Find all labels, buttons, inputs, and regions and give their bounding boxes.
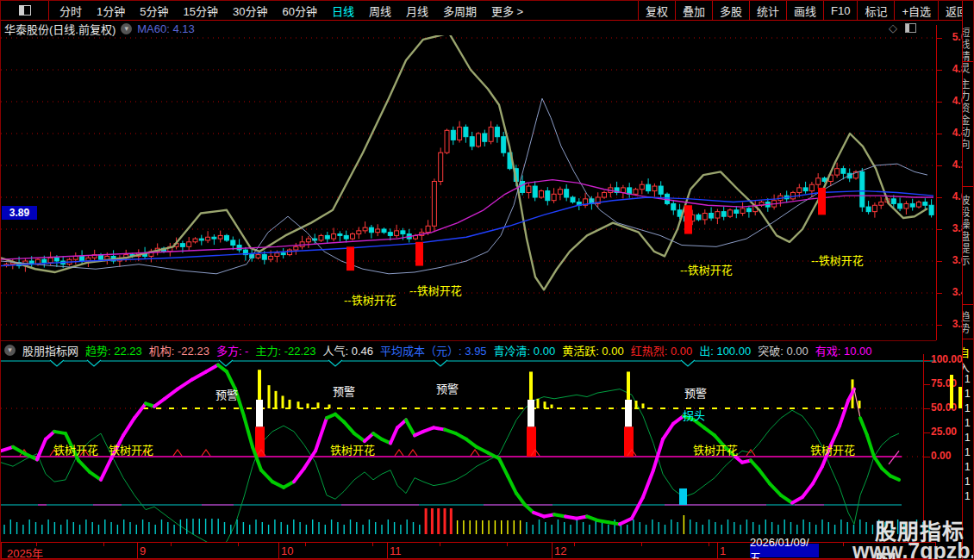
date-label: 11 — [390, 544, 402, 557]
right-edge-clipped-panel[interactable]: 短线精灵主力资金动向波段操盘提示趋势自入111111111 — [962, 1, 974, 560]
oscillator-tick-label: 25.00 — [931, 426, 957, 438]
split-pane-icon[interactable] — [905, 23, 916, 33]
main-annotation: --铁树开花 — [344, 294, 396, 307]
toolbar-button-1[interactable]: 叠加 — [675, 1, 712, 20]
current-date-badge: 2026/01/09/五 — [750, 544, 819, 557]
clipped-digit: 1 — [965, 476, 971, 488]
chevron-down-icon[interactable]: ▾ — [121, 23, 132, 34]
overlay-upper-band — [1, 35, 927, 289]
main-annotation: --铁树开花 — [811, 254, 864, 267]
watermark-site-url: www.7gpzb.com — [852, 538, 974, 560]
zero-line-triangles — [20, 450, 936, 456]
chart-title-bar: 华泰股份(日线.前复权) ▾ MA60: 4.13 — [4, 22, 195, 35]
oscillator-sub-chart[interactable]: 预警预警预警预警拐头铁树开花铁树开花铁树开花铁树开花铁树开花 — [1, 354, 936, 542]
date-label: 1 — [720, 544, 726, 557]
toolbar-button-5[interactable]: F10 — [823, 1, 857, 20]
period-tab-9[interactable]: 多周期 — [443, 3, 477, 19]
main-gridlines — [1, 38, 936, 325]
period-tab-8[interactable]: 月线 — [406, 3, 428, 19]
period-menu: 分时1分钟5分钟15分钟30分钟60分钟日线周线月线多周期更多 > — [49, 1, 638, 20]
sub-annotation: 预警 — [333, 385, 355, 398]
sub-annotation: 预警 — [215, 389, 238, 401]
clipped-vertical-tab[interactable]: 波段操盘提示 — [962, 195, 974, 267]
sub-annotation: 铁树开花 — [330, 444, 375, 457]
oscillator-tick-label: 100.00 — [931, 353, 963, 365]
yellow-bar-overlay — [950, 375, 953, 408]
clipped-digit: 1 — [965, 446, 971, 458]
toolbar-button-2[interactable]: 多股 — [712, 1, 749, 20]
top-toolbar: 分时1分钟5分钟15分钟30分钟60分钟日线周线月线多周期更多 > 复权叠加多股… — [1, 1, 974, 21]
symbol-title: 华泰股份(日线.前复权) — [4, 21, 116, 37]
diamond-icon[interactable]: ◇ — [889, 22, 897, 34]
sub-annotation: 铁树开花 — [109, 444, 153, 457]
clipped-vertical-tab[interactable]: 主力资金动向 — [962, 78, 974, 151]
period-tab-5[interactable]: 60分钟 — [282, 3, 316, 19]
sub-annotation: 铁树开花 — [53, 444, 98, 457]
session-ticks — [4, 508, 929, 534]
clipped-digit: 1 — [965, 388, 971, 400]
last-price-badge: 3.89 — [2, 206, 37, 220]
date-label: 12 — [554, 544, 566, 557]
period-tab-6[interactable]: 日线 — [332, 3, 354, 19]
window-layout-icon[interactable] — [1, 1, 49, 20]
date-label: 9 — [140, 544, 146, 557]
stock-app-window: 分时1分钟5分钟15分钟30分钟60分钟日线周线月线多周期更多 > 复权叠加多股… — [0, 0, 974, 560]
clipped-vertical-tab[interactable]: 短线精灵 — [962, 27, 974, 75]
main-annotation: --铁树开花 — [409, 284, 462, 297]
clipped-vertical-tab[interactable]: 趋势 — [962, 311, 974, 335]
sub-annotation: 预警 — [436, 383, 459, 395]
period-tab-7[interactable]: 周线 — [369, 3, 391, 19]
toolbar-button-7[interactable]: +自选 — [894, 1, 938, 20]
sub-annotation: 拐头 — [683, 409, 705, 422]
clipped-digit: 1 — [965, 432, 971, 444]
toolbar-button-6[interactable]: 标记 — [857, 1, 894, 20]
main-annotation: --铁树开花 — [680, 264, 733, 277]
period-tab-1[interactable]: 1分钟 — [97, 3, 125, 19]
ma60-value-label: MA60: 4.13 — [137, 22, 195, 35]
date-label: 10 — [281, 544, 293, 557]
oscillator-tick-label: 0.00 — [931, 450, 951, 462]
period-tab-0[interactable]: 分时 — [59, 3, 82, 19]
period-tab-3[interactable]: 15分钟 — [183, 3, 217, 19]
clipped-digit: 1 — [965, 490, 971, 502]
clipped-digit: 1 — [965, 461, 971, 473]
period-tab-10[interactable]: 更多 > — [491, 3, 523, 19]
cyan-signal-bar — [679, 488, 687, 505]
main-candlestick-chart[interactable]: --铁树开花--铁树开花--铁树开花--铁树开花 — [1, 35, 936, 340]
date-label: 2025年 — [7, 544, 43, 560]
period-tab-4[interactable]: 30分钟 — [233, 3, 267, 19]
sub-annotation: 铁树开花 — [810, 444, 855, 457]
overlay-ma-magenta — [1, 180, 933, 260]
toolbar-buttons: 复权叠加多股统计画线F10标记+自选返回 — [638, 1, 974, 20]
date-axis[interactable]: 2025年910111212026/01/09/五 — [1, 542, 936, 559]
toolbar-button-0[interactable]: 复权 — [638, 1, 675, 20]
pane-corner-icons: ◇ — [889, 22, 916, 34]
clipped-digit: 1 — [965, 402, 971, 414]
toolbar-button-3[interactable]: 统计 — [749, 1, 786, 20]
period-tab-2[interactable]: 5分钟 — [140, 3, 168, 19]
overlay-lower-band — [1, 98, 927, 273]
sub-annotation: 预警 — [684, 387, 707, 400]
clipped-digit: 1 — [965, 417, 971, 429]
clipped-digit: 1 — [965, 373, 971, 385]
toolbar-button-4[interactable]: 画线 — [786, 1, 823, 20]
sub-annotation: 铁树开花 — [693, 444, 738, 457]
